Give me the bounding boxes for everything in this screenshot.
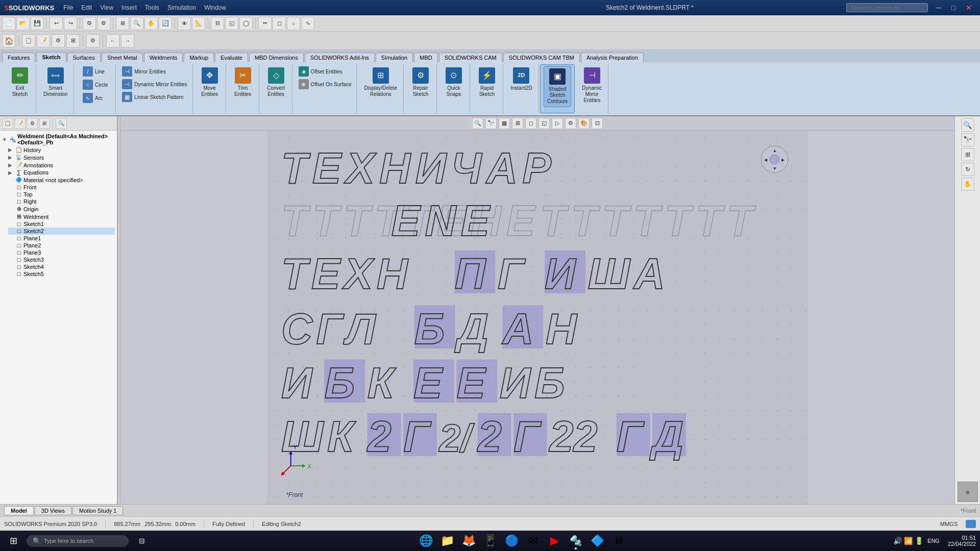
dynamic-mirror-entities-button[interactable]: ⊣ DynamicMirrorEntities [579,65,605,106]
tab-sheet-metal[interactable]: Sheet Metal [102,53,143,62]
canvas-tb-7[interactable]: ▷ [552,118,563,129]
start-button[interactable]: ⊞ [4,532,22,550]
systray-network[interactable]: 🔊 [893,537,902,545]
arc-button[interactable]: ∿ Arc [81,92,110,104]
tree-item-history[interactable]: ▶ 📋 History [8,146,115,154]
tab-surfaces[interactable]: Surfaces [67,53,101,62]
tab-sw-addins[interactable]: SOLIDWORKS Add-Ins [305,53,375,62]
tree-item-sketch4[interactable]: □ Sketch4 [8,263,115,270]
tab-features[interactable]: Features [2,53,35,62]
canvas-tb-6[interactable]: ◱ [538,118,550,129]
app-chrome[interactable]: 🔵 [502,532,521,550]
circle-button[interactable]: ○ Circle [81,79,110,91]
app-firefox[interactable]: 🦊 [459,532,478,550]
menu-edit[interactable]: Edit [79,3,95,12]
restore-button[interactable]: □ [947,3,960,13]
menu-bar[interactable]: File Edit View Insert Tools Simulation W… [60,3,453,12]
menu-insert[interactable]: Insert [118,3,140,12]
tb-sketch-tools2[interactable]: ◻ [273,17,286,30]
ribbon-tabs[interactable]: Features Sketch Surfaces Sheet Metal Wel… [0,50,980,62]
mirror-entities-button[interactable]: ⊣ Mirror Entities [120,65,189,78]
tree-item-sensors[interactable]: ▶ 📡 Sensors [8,154,115,161]
tb-sketch-tools1[interactable]: ✏ [258,17,272,30]
menu-window[interactable]: Window [201,3,229,12]
task-view-button[interactable]: ⊟ [133,532,151,550]
rp-rotate[interactable]: ↻ [961,163,974,176]
rapid-sketch-button[interactable]: ⚡ RapidSketch [474,65,500,99]
tb-pan[interactable]: ✋ [144,17,158,30]
repair-sketch-button[interactable]: ⚙ RepairSketch [408,65,433,99]
ft-config-manager[interactable]: ⚙ [27,118,38,129]
tb-sketch-tools4[interactable]: ∿ [301,17,314,30]
tab-weldments[interactable]: Weldments [144,53,183,62]
tab-markup[interactable]: Markup [184,53,214,62]
tb-redo[interactable]: ↪ [64,17,77,30]
tb-sketch-tools3[interactable]: ○ [287,17,300,30]
tree-root[interactable]: ▼ 🔩 Weldment (Default<As Machined><Defau… [2,133,115,146]
linear-sketch-button[interactable]: ▦ Linear Sketch Pattern [120,91,189,103]
tb-view-orient[interactable]: 📐 [192,17,205,30]
menu-tools[interactable]: Tools [142,3,162,12]
menu-file[interactable]: File [60,3,76,12]
rp-fit-all[interactable]: ⊞ [961,148,974,161]
tb-undo[interactable]: ↩ [50,17,63,30]
smart-dimension-button[interactable]: ⟺ SmartDimension [40,65,70,99]
move-entities-button[interactable]: ✥ MoveEntities [197,65,223,99]
app-youtube[interactable]: ▶ [545,532,564,550]
tb2-config-manager[interactable]: ⚙ [52,34,65,47]
tab-model[interactable]: Model [4,506,34,515]
canvas-tb-3[interactable]: ▦ [499,118,510,129]
tab-motion-study[interactable]: Motion Study 1 [72,506,123,515]
tree-item-origin[interactable]: ⊕ Origin [8,205,115,213]
compass-rose[interactable]: ▲ ▼ ◀ ▶ [761,146,788,173]
tb2-settings[interactable]: ⚙ [86,34,100,47]
tab-sw-cam-tbm[interactable]: SOLIDWORKS CAM TBM [503,53,580,62]
ft-feature-manager[interactable]: 📋 [2,118,13,129]
menu-view[interactable]: View [97,3,116,12]
trim-entities-button[interactable]: ✂ TrimEntities [230,65,256,99]
offset-surface-button[interactable]: ⊕ Offset On Surface [297,78,354,90]
minimize-button[interactable]: ─ [932,3,945,13]
app-green[interactable]: 🔷 [588,532,606,550]
app-explorer[interactable]: 📁 [438,532,456,550]
menu-simulation[interactable]: Simulation [164,3,199,12]
offset-entities-button[interactable]: ◈ Offset Entities [297,65,354,78]
tab-sketch[interactable]: Sketch [36,52,66,62]
tb-options[interactable]: ⚙ [97,17,110,30]
line-button[interactable]: / Line [81,65,110,78]
systray-battery[interactable]: 🔋 [915,537,923,545]
tb-display-style[interactable]: ◱ [225,17,238,30]
tab-3d-views[interactable]: 3D Views [35,506,71,515]
dynamic-mirror-button[interactable]: ⊣ Dynamic Mirror Entities [120,78,189,90]
tb-new[interactable]: 📄 [2,17,15,30]
tree-item-equations[interactable]: ▶ ∑ Equations [8,169,115,176]
quick-snaps-button[interactable]: ⊙ QuickSnaps [441,65,467,99]
tb2-feature-manager[interactable]: 📋 [22,34,35,47]
tree-item-plane2[interactable]: □ Plane2 [8,242,115,249]
tab-mbd-dim[interactable]: MBD Dimensions [249,53,304,62]
close-button[interactable]: ✕ [962,3,976,13]
shaded-sketch-button[interactable]: ▣ ShadedSketchContours [544,66,572,107]
tree-item-sketch2[interactable]: □ Sketch2 [8,228,115,235]
ft-dim-manager[interactable]: ⊞ [39,118,50,129]
exit-sketch-button[interactable]: ✏ ExitSketch [7,65,33,99]
search-commands-input[interactable] [846,3,928,12]
tree-item-material[interactable]: 🔷 Material <not specified> [8,176,115,184]
rp-pan[interactable]: ✋ [961,178,974,191]
canvas-tb-prev[interactable]: 🔍 [472,118,483,129]
tree-item-sketch3[interactable]: □ Sketch3 [8,256,115,263]
tree-item-front[interactable]: □ Front [8,184,115,191]
tb-open[interactable]: 📂 [16,17,30,30]
tb2-home[interactable]: 🏠 [2,34,15,47]
canvas-tb-4[interactable]: ⊞ [512,118,523,129]
tb-section[interactable]: ⊟ [211,17,224,30]
taskbar-search-input[interactable] [44,538,115,544]
tree-item-plane1[interactable]: □ Plane1 [8,235,115,242]
tb-rotate[interactable]: 🔄 [159,17,172,30]
canvas-tb-9[interactable]: 🎨 [578,118,590,129]
taskbar-search[interactable]: 🔍 [27,535,129,547]
tab-simulation[interactable]: Simulation [376,53,413,62]
tb-rebuild[interactable]: ⚙ [83,17,96,30]
tab-evaluate[interactable]: Evaluate [215,53,248,62]
tb-zoom-area[interactable]: 🔍 [130,17,143,30]
